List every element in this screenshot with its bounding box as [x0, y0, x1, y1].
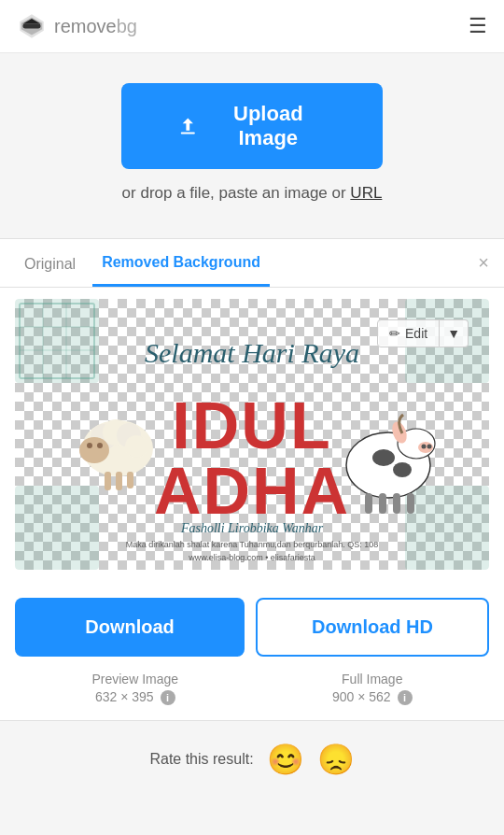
chevron-down-icon: ▼	[447, 326, 460, 341]
preview-image-label: Preview Image	[91, 672, 178, 686]
svg-rect-39	[393, 493, 400, 514]
image-info: Preview Image 632 × 395 i Full Image 900…	[0, 668, 504, 720]
download-section: Download Download HD	[0, 581, 504, 668]
logo-icon	[17, 11, 47, 41]
download-hd-button[interactable]: Download HD	[256, 598, 489, 657]
full-image-info: Full Image 900 × 562 i	[332, 672, 413, 705]
logo-text: removebg	[54, 16, 137, 37]
svg-rect-2	[22, 24, 40, 29]
upload-icon	[177, 114, 199, 138]
svg-rect-25	[127, 472, 133, 488]
svg-point-35	[427, 445, 432, 449]
svg-text:Maka dirikanlah shalat karena : Maka dirikanlah shalat karena Tuhanmu,da…	[126, 540, 379, 549]
image-container: Selamat Hari Raya IDUL ADHA	[0, 288, 504, 581]
svg-rect-37	[365, 493, 372, 514]
hamburger-menu-icon[interactable]: ☰	[469, 14, 487, 38]
url-link[interactable]: URL	[350, 184, 382, 202]
svg-rect-40	[407, 493, 414, 514]
full-info-icon[interactable]: i	[398, 690, 413, 705]
svg-point-30	[372, 449, 395, 466]
svg-point-34	[422, 445, 427, 449]
preview-info-icon[interactable]: i	[161, 690, 175, 705]
svg-rect-23	[105, 472, 111, 490]
preview-image-info: Preview Image 632 × 395 i	[91, 672, 178, 705]
upload-image-button[interactable]: Upload Image	[121, 83, 383, 169]
tabs-bar: Original Removed Background ×	[0, 239, 504, 288]
edit-dropdown-button[interactable]: ▼	[440, 319, 469, 347]
close-icon[interactable]: ×	[478, 252, 489, 274]
preview-image: Selamat Hari Raya IDUL ADHA	[15, 299, 489, 570]
edit-button[interactable]: ✏ Edit	[377, 319, 440, 347]
upload-hint: or drop a file, paste an image or URL	[19, 184, 485, 203]
result-section: Original Removed Background ×	[0, 238, 504, 721]
edit-button-area: ✏ Edit ▼	[377, 319, 469, 347]
logo-area: removebg	[17, 11, 137, 41]
svg-rect-38	[379, 493, 386, 514]
svg-text:Fasholli Lirobbika Wanhar: Fasholli Lirobbika Wanhar	[180, 521, 324, 535]
svg-text:IDUL: IDUL	[172, 389, 331, 462]
svg-point-22	[97, 443, 103, 448]
svg-rect-13	[15, 486, 99, 570]
svg-point-21	[87, 443, 92, 448]
svg-rect-24	[116, 472, 122, 490]
tab-removed-background[interactable]: Removed Background	[92, 239, 270, 287]
svg-point-19	[125, 435, 147, 458]
download-button[interactable]: Download	[15, 598, 245, 657]
full-image-size: 900 × 562 i	[332, 689, 413, 705]
svg-rect-4	[181, 133, 195, 134]
rating-label: Rate this result:	[149, 751, 253, 768]
svg-text:Selamat Hari Raya: Selamat Hari Raya	[145, 337, 359, 368]
rating-section: Rate this result: 😊 😞	[0, 721, 504, 798]
full-image-label: Full Image	[342, 672, 402, 686]
svg-text:ADHA: ADHA	[154, 455, 350, 528]
svg-point-31	[393, 462, 412, 477]
header: removebg ☰	[0, 0, 504, 53]
upload-section: Upload Image or drop a file, paste an im…	[0, 53, 504, 221]
sad-rating-button[interactable]: 😞	[317, 742, 355, 777]
svg-rect-5	[15, 299, 99, 383]
edit-pencil-icon: ✏	[389, 326, 400, 341]
preview-image-size: 632 × 395 i	[95, 689, 175, 705]
svg-point-20	[79, 437, 109, 463]
svg-text:www.elisa-blog.com • elisafari: www.elisa-blog.com • elisafariesta	[188, 553, 315, 562]
tab-original[interactable]: Original	[15, 241, 85, 286]
happy-rating-button[interactable]: 😊	[267, 742, 304, 777]
svg-rect-12	[405, 486, 489, 570]
